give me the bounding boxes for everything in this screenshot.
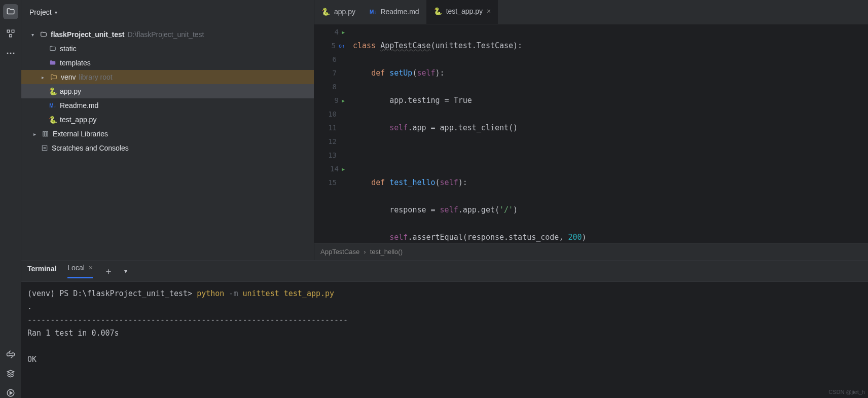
svg-rect-5 [45, 131, 46, 136]
tree-app-py[interactable]: 🐍 app.py [21, 84, 314, 98]
breadcrumbs[interactable]: AppTestCase › test_hello() [314, 243, 868, 260]
python-console-icon[interactable] [6, 349, 16, 359]
markdown-file-icon: M↓ [49, 101, 57, 110]
svg-rect-7 [42, 146, 47, 150]
folder-icon[interactable] [3, 4, 18, 19]
tree-test-app[interactable]: 🐍 test_app.py [21, 113, 314, 127]
python-file-icon: 🐍 [321, 8, 330, 16]
watermark: CSDN @jiet_h [828, 389, 865, 395]
chevron-right-icon: ▸ [42, 75, 47, 80]
tree-root[interactable]: ▾ flaskProject_unit_test D:\flaskProject… [21, 27, 314, 42]
tab-app-py[interactable]: 🐍 app.py [314, 0, 363, 24]
run-tool-icon[interactable] [6, 388, 16, 398]
tree-root-name: flaskProject_unit_test [51, 30, 125, 39]
library-icon [42, 130, 50, 138]
svg-rect-6 [47, 131, 48, 136]
editor-tabs: 🐍 app.py M↓ Readme.md 🐍 test_app.py × [314, 0, 868, 24]
markdown-file-icon: M↓ [370, 9, 376, 15]
chevron-down-icon[interactable]: ▾ [124, 268, 127, 275]
project-header[interactable]: Project ▾ [21, 0, 314, 24]
svg-rect-1 [12, 30, 14, 32]
terminal-panel: Terminal Local × ＋ ▾ (venv) PS D:\flaskP… [21, 260, 868, 398]
tree-scratches[interactable]: Scratches and Consoles [21, 141, 314, 155]
scratch-icon [41, 144, 49, 152]
tree-templates[interactable]: templates [21, 56, 314, 70]
tab-test-app[interactable]: 🐍 test_app.py × [426, 0, 498, 24]
folder-icon [49, 59, 57, 67]
project-panel: Project ▾ ▾ flaskProject_unit_test D:\fl… [21, 0, 314, 260]
close-icon[interactable]: × [487, 7, 491, 15]
tree-root-path: D:\flaskProject_unit_test [128, 30, 204, 39]
svg-rect-0 [7, 30, 10, 32]
override-icon[interactable]: o↑ [339, 39, 345, 53]
chevron-down-icon: ▾ [31, 32, 37, 38]
chevron-right-icon: ▸ [33, 131, 39, 137]
folder-icon [50, 73, 58, 81]
tree-readme[interactable]: M↓ Readme.md [21, 98, 314, 113]
folder-icon [49, 45, 57, 53]
project-tree: ▾ flaskProject_unit_test D:\flaskProject… [21, 24, 314, 158]
structure-icon[interactable] [6, 28, 16, 39]
terminal-tab[interactable]: Terminal [27, 265, 56, 278]
folder-icon [40, 30, 48, 39]
python-file-icon: 🐍 [433, 7, 442, 15]
project-label: Project [29, 8, 52, 16]
chevron-down-icon: ▾ [55, 10, 57, 15]
tree-external-libs[interactable]: ▸ External Libraries [21, 127, 314, 141]
left-tool-rail: ⋯ [0, 0, 21, 398]
code-editor[interactable]: class AppTestCase(unittest.TestCase): de… [349, 24, 868, 243]
tree-venv[interactable]: ▸ venv library root [21, 70, 314, 84]
run-icon[interactable]: ▶ [342, 25, 345, 39]
terminal-session-tab[interactable]: Local × [67, 264, 93, 278]
close-icon[interactable]: × [89, 264, 93, 272]
terminal-body[interactable]: (venv) PS D:\flaskProject_unit_test> pyt… [21, 282, 868, 398]
run-icon[interactable]: ▶ [342, 94, 345, 107]
services-icon[interactable] [6, 369, 16, 379]
add-terminal-icon[interactable]: ＋ [104, 265, 113, 277]
tab-readme[interactable]: M↓ Readme.md [363, 0, 426, 24]
svg-rect-2 [9, 34, 12, 37]
python-file-icon: 🐍 [49, 116, 57, 124]
more-icon[interactable]: ⋯ [6, 48, 16, 58]
tree-static[interactable]: static [21, 42, 314, 56]
chevron-right-icon: › [364, 248, 366, 256]
python-file-icon: 🐍 [49, 87, 57, 95]
gutter: 4▶ 5o↑ 6 7 8 9▶ 10 11 12 13 14▶ 15 [314, 24, 349, 243]
run-icon[interactable]: ▶ [342, 162, 345, 176]
svg-rect-4 [43, 131, 44, 136]
